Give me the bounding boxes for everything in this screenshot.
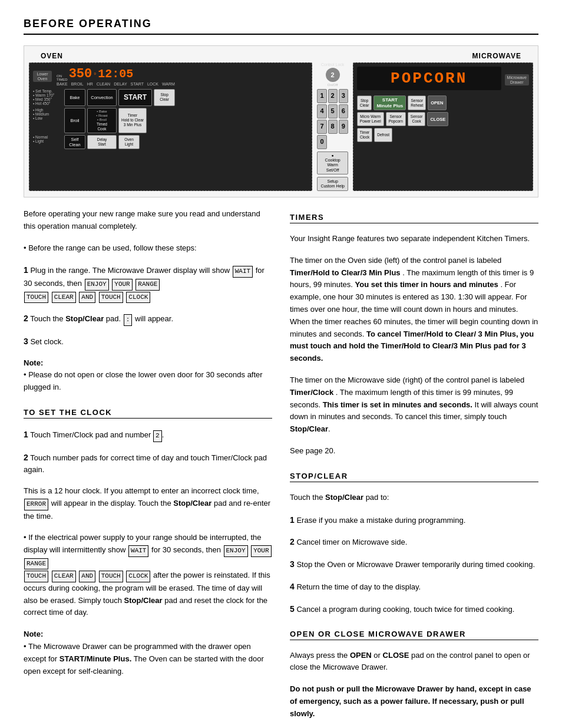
sc-step-3: 3 Stop the Oven or Microwave Drawer temp… <box>290 558 538 571</box>
self-clean-btn[interactable]: SelfClean <box>64 135 85 149</box>
note-1: Note: • Please do not open or close the … <box>24 357 272 394</box>
diagram-labels: OVEN MICROWAVE <box>29 52 533 60</box>
cooktop-warm-btn[interactable]: ● CooktopWarmSet/Off <box>317 151 348 174</box>
mw-start-btn[interactable]: START Minute Plus <box>373 95 406 110</box>
convection-btn[interactable]: Convection <box>87 89 117 106</box>
mw-close-btn[interactable]: CLOSE <box>427 112 448 126</box>
mw-sensor-cook-btn[interactable]: Sensor Cook <box>408 112 426 126</box>
mw-drawer-label: Microwave Drawer <box>505 74 529 85</box>
mw-btn-rows: Stop Clear START Minute Plus Sensor Rehe… <box>357 95 529 142</box>
open-close-heading: OPEN OR CLOSE MICROWAVE DRAWER <box>290 630 538 640</box>
mw-digits: POPCORN <box>362 70 497 87</box>
clock-para-1: This is a 12 hour clock. If you attempt … <box>24 485 272 522</box>
oven-big-display: ON TIMED 350 ° 12:05 <box>57 67 175 81</box>
stop-clear-heading: STOP/CLEAR <box>290 472 538 482</box>
mw-display: POPCORN <box>357 67 501 90</box>
mw-btn-row-1: Stop Clear START Minute Plus Sensor Rehe… <box>357 95 529 110</box>
oven-time: 12:05 <box>98 67 133 81</box>
num-2[interactable]: 2 <box>328 89 338 103</box>
mw-btn-row-2: Micro Warm Power Level Sensor Popcorn Se… <box>357 112 529 126</box>
timers-heading: TIMERS <box>290 213 538 223</box>
stop-clear-intro: Touch the Stop/Clear pad to: <box>290 492 538 504</box>
mw-micro-warm-btn[interactable]: Micro Warm Power Level <box>357 112 384 126</box>
oven-label-line: BAKE BROIL HR CLEAN DELAY START LOCK WAR… <box>57 82 175 86</box>
right-col: TIMERS Your Insight Range features two s… <box>290 208 538 724</box>
mw-timer-clock-btn[interactable]: Timer Clock <box>357 128 372 142</box>
setup-custom-btn[interactable]: SetupCustom Help <box>317 177 348 191</box>
step-1: 1 Plug in the range. The Microwave Drawe… <box>24 263 272 303</box>
oven-light-btn[interactable]: Oven Light <box>118 135 140 149</box>
clock-step-1: 1 Touch Timer/Clock pad and number 2. <box>24 428 272 442</box>
clock-heading: TO SET THE CLOCK <box>24 408 272 419</box>
intro-para: Before operating your new range make sur… <box>24 208 272 233</box>
oven-temp: 350 <box>69 67 92 81</box>
timer-hold-btn[interactable]: Timer Hold to Clear 3 Min Plus <box>118 108 147 133</box>
numpad-area: Control Lock 2 On/Off 1 2 3 4 5 6 7 8 9 … <box>317 62 348 191</box>
oven-display-line: Lower Oven ON TIMED 350 ° 12:05 BAKE <box>33 67 308 86</box>
num-5[interactable]: 5 <box>328 104 338 118</box>
sc-step-4: 4 Return the time of day to the display. <box>290 580 538 594</box>
sc-step-1: 1 Erase if you make a mistake during pro… <box>290 513 538 527</box>
microwave-label: MICROWAVE <box>472 52 521 60</box>
timed-cook-btn[interactable]: • Bake• Roast• Broil Timed Cook <box>87 108 117 133</box>
start-btn[interactable]: START <box>118 89 152 106</box>
stop-clear-btn[interactable]: Stop Clear <box>154 89 175 106</box>
mw-sensor-popcorn-btn[interactable]: Sensor Popcorn <box>386 112 406 126</box>
delay-start-btn[interactable]: Delay Start <box>87 135 117 149</box>
oven-btn-row-1: • Set Temp.• Warm 170°• Med 350°• Hot 45… <box>33 89 308 106</box>
note-2: Note: • The Microwave Drawer can be prog… <box>24 628 272 677</box>
control-lock: Control Lock 2 On/Off <box>317 62 348 87</box>
sc-step-2: 2 Cancel timer on Microwave side. <box>290 535 538 549</box>
sc-step-5: 5 Cancel a program during cooking, touch… <box>290 602 538 616</box>
num-6[interactable]: 6 <box>339 104 348 118</box>
steps-intro: • Before the range can be used, follow t… <box>24 242 272 255</box>
lower-oven-label: Lower Oven <box>33 71 52 82</box>
on-timed-indicator: ON TIMED <box>57 74 68 81</box>
timers-see: See page 20. <box>290 445 538 457</box>
main-content: Before operating your new range make sur… <box>24 208 538 724</box>
oven-btn-row-2: • High• Medium• Low Broil • Bake• Roast•… <box>33 108 308 133</box>
num-8[interactable]: 8 <box>328 120 338 134</box>
left-col: Before operating your new range make sur… <box>24 208 272 724</box>
num-0[interactable]: 0 <box>317 135 326 149</box>
panels-row: Lower Oven ON TIMED 350 ° 12:05 BAKE <box>29 62 533 191</box>
clock-step-2: 2 Touch number pads for correct time of … <box>24 451 272 477</box>
appliance-diagram: OVEN MICROWAVE Lower Oven ON TIMED 350 <box>24 45 538 197</box>
open-close-para: Always press the OPEN or CLOSE pad on th… <box>290 650 538 674</box>
mw-stop-clear-btn[interactable]: Stop Clear <box>357 95 372 110</box>
control-lock-btn[interactable]: 2 <box>326 68 340 82</box>
power-para: • If the electrical power supply to your… <box>24 532 272 619</box>
oven-degree: ° <box>93 73 97 79</box>
mw-open-btn[interactable]: OPEN <box>428 95 446 110</box>
step-2: 2 Touch the Stop/Clear pad. : will appea… <box>24 312 272 326</box>
mw-sensor-reheat-btn[interactable]: Sensor Reheat <box>408 95 426 110</box>
mw-btn-row-3: Timer Clock Defrost <box>357 128 529 142</box>
numpad: 1 2 3 4 5 6 7 8 9 0 <box>317 89 348 149</box>
bake-btn[interactable]: Bake <box>64 89 85 106</box>
num-9[interactable]: 9 <box>339 120 348 134</box>
oven-panel: Lower Oven ON TIMED 350 ° 12:05 BAKE <box>29 62 312 191</box>
num-3[interactable]: 3 <box>339 89 348 103</box>
num-7[interactable]: 7 <box>317 120 326 134</box>
mw-top-row: POPCORN Microwave Drawer <box>357 67 529 93</box>
timers-para-2: The timer on the Microwave side (right) … <box>290 374 538 436</box>
timers-intro: Your Insight Range features two separate… <box>290 233 538 245</box>
oven-btn-rows: • Set Temp.• Warm 170°• Med 350°• Hot 45… <box>33 89 308 149</box>
timers-para-1: The timer on the Oven side (left) of the… <box>290 255 538 365</box>
oven-label: OVEN <box>41 52 63 60</box>
open-close-bold: Do not push or pull the Microwave Drawer… <box>290 683 538 720</box>
oven-btn-row-3: • Normal• Light SelfClean Delay Start Ov… <box>33 135 308 149</box>
num-4[interactable]: 4 <box>317 104 326 118</box>
broil-btn[interactable]: Broil <box>64 108 85 133</box>
step-3: 3 Set clock. <box>24 335 272 348</box>
mw-defrost-btn[interactable]: Defrost <box>374 128 392 142</box>
mw-panel: POPCORN Microwave Drawer Stop Clear STAR… <box>353 62 533 191</box>
num-1[interactable]: 1 <box>317 89 326 103</box>
page-title: BEFORE OPERATING <box>24 18 538 35</box>
